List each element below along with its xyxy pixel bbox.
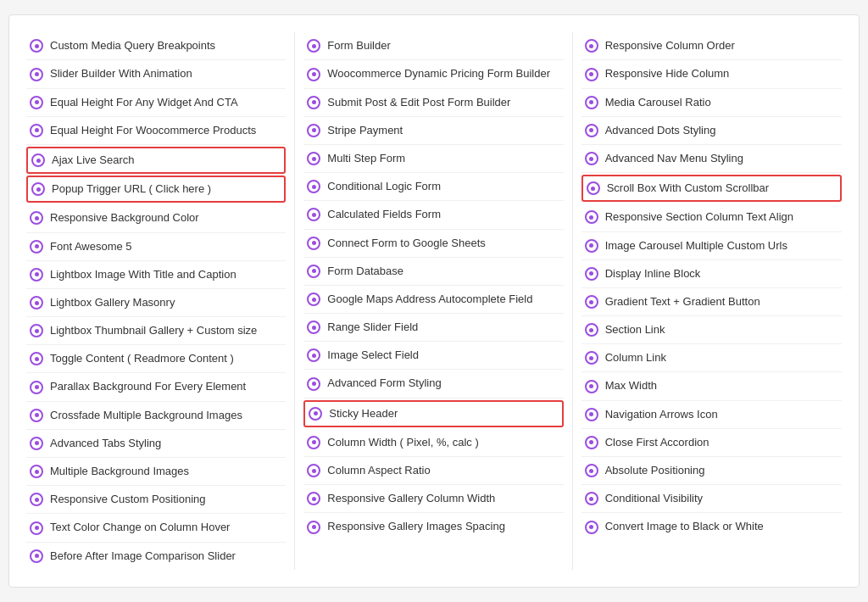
list-item[interactable]: Crossfade Multiple Background Images	[26, 402, 286, 430]
main-container: Custom Media Query BreakpointsSlider Bui…	[8, 14, 860, 588]
circle-icon	[309, 407, 322, 421]
list-item[interactable]: Section Link	[581, 316, 842, 344]
circle-icon	[30, 409, 43, 422]
list-item[interactable]: Conditional Visibility	[581, 485, 842, 513]
list-item[interactable]: Ajax Live Search	[26, 147, 286, 174]
item-label: Text Color Change on Column Hover	[50, 520, 230, 535]
circle-icon	[30, 240, 43, 254]
circle-icon	[30, 124, 43, 137]
list-item[interactable]: Advanced Dots Styling	[581, 117, 842, 145]
circle-icon	[31, 182, 45, 196]
circle-icon	[307, 124, 320, 137]
list-item[interactable]: Sticky Header	[303, 400, 563, 427]
circle-icon	[585, 408, 598, 421]
circle-icon	[307, 377, 320, 391]
item-label: Absolute Positioning	[605, 463, 705, 478]
item-label: Stripe Payment	[327, 123, 403, 138]
item-label: Custom Media Query Breakpoints	[50, 38, 215, 53]
item-label: Responsive Background Color	[50, 210, 199, 226]
list-item[interactable]: Woocommerce Dynamic Pricing Form Builder	[303, 60, 563, 88]
list-item[interactable]: Image Select Field	[303, 342, 563, 370]
list-item[interactable]: Google Maps Address Autocomplete Field	[303, 286, 563, 314]
list-item[interactable]: Responsive Custom Positioning	[26, 486, 286, 514]
list-item[interactable]: Navigation Arrows Icon	[581, 401, 842, 429]
list-item[interactable]: Multi Step Form	[303, 145, 563, 173]
list-item[interactable]: Advanced Form Styling	[303, 370, 563, 398]
list-item[interactable]: Submit Post & Edit Post Form Builder	[303, 89, 563, 117]
list-item[interactable]: Max Width	[581, 372, 842, 400]
circle-icon	[30, 465, 43, 478]
list-item[interactable]: Gradient Text + Gradient Button	[581, 288, 842, 316]
circle-icon	[30, 324, 43, 337]
circle-icon	[307, 208, 320, 221]
list-item[interactable]: Absolute Positioning	[581, 457, 842, 485]
list-item[interactable]: Stripe Payment	[303, 117, 563, 145]
list-item[interactable]: Lightbox Gallery Masonry	[26, 289, 286, 317]
column-1: Custom Media Query BreakpointsSlider Bui…	[18, 32, 295, 570]
circle-icon	[30, 296, 43, 309]
circle-icon	[585, 267, 598, 281]
list-item[interactable]: Convert Image to Black or White	[581, 513, 842, 540]
circle-icon	[585, 323, 598, 337]
list-item[interactable]: Text Color Change on Column Hover	[26, 514, 286, 542]
list-item[interactable]: Before After Image Comparison Slider	[26, 543, 286, 570]
list-item[interactable]: Custom Media Query Breakpoints	[26, 32, 286, 60]
list-item[interactable]: Font Awesome 5	[26, 233, 286, 261]
circle-icon	[585, 239, 598, 253]
list-item[interactable]: Equal Height For Woocommerce Products	[26, 117, 286, 145]
list-item[interactable]: Responsive Column Order	[581, 32, 842, 60]
item-label: Section Link	[605, 322, 665, 337]
list-item[interactable]: Calculated Fields Form	[303, 201, 563, 229]
item-label: Column Aspect Ratio	[327, 463, 430, 478]
list-item[interactable]: Column Width ( Pixel, %, calc )	[303, 429, 563, 457]
circle-icon	[307, 521, 320, 534]
item-label: Form Database	[327, 264, 403, 279]
list-item[interactable]: Responsive Hide Column	[581, 60, 842, 88]
circle-icon	[30, 352, 43, 365]
list-item[interactable]: Conditional Logic Form	[303, 173, 563, 201]
list-item[interactable]: Close First Accordion	[581, 429, 842, 457]
circle-icon	[585, 521, 598, 534]
circle-icon	[30, 68, 43, 81]
circle-icon	[30, 493, 43, 506]
list-item[interactable]: Column Aspect Ratio	[303, 457, 563, 485]
circle-icon	[307, 152, 320, 165]
item-label: Multiple Background Images	[50, 464, 189, 479]
list-item[interactable]: Responsive Gallery Column Width	[303, 485, 563, 513]
list-item[interactable]: Form Database	[303, 258, 563, 286]
circle-icon	[307, 464, 320, 477]
item-label: Media Carousel Ratio	[605, 95, 711, 110]
list-item[interactable]: Lightbox Thumbnail Gallery + Custom size	[26, 317, 286, 345]
list-item[interactable]: Form Builder	[303, 32, 563, 60]
list-item[interactable]: Slider Builder With Animation	[26, 60, 286, 88]
list-item[interactable]: Column Link	[581, 344, 842, 372]
list-item[interactable]: Responsive Gallery Images Spacing	[303, 513, 563, 540]
list-item[interactable]: Advanced Tabs Styling	[26, 430, 286, 458]
list-item[interactable]: Parallax Background For Every Element	[26, 373, 286, 401]
list-item[interactable]: Popup Trigger URL ( Click here )	[26, 176, 286, 203]
list-item[interactable]: Range Slider Field	[303, 314, 563, 342]
list-item[interactable]: Media Carousel Ratio	[581, 89, 842, 117]
item-label: Lightbox Gallery Masonry	[50, 295, 175, 310]
item-label: Navigation Arrows Icon	[605, 407, 718, 422]
list-item[interactable]: Scroll Box With Custom Scrollbar	[581, 175, 842, 202]
list-item[interactable]: Lightbox Image With Title and Caption	[26, 261, 286, 289]
item-label: Submit Post & Edit Post Form Builder	[327, 95, 510, 110]
list-item[interactable]: Equal Height For Any Widget And CTA	[26, 89, 286, 117]
list-item[interactable]: Toggle Content ( Readmore Content )	[26, 345, 286, 373]
item-label: Gradient Text + Gradient Button	[605, 294, 760, 309]
list-item[interactable]: Connect Form to Google Sheets	[303, 230, 563, 258]
circle-icon	[307, 348, 320, 362]
list-item[interactable]: Responsive Section Column Text Align	[581, 203, 842, 231]
circle-icon	[585, 68, 598, 81]
list-item[interactable]: Advanced Nav Menu Styling	[581, 145, 842, 173]
column-3: Responsive Column OrderResponsive Hide C…	[573, 32, 850, 570]
circle-icon	[31, 153, 45, 167]
circle-icon	[30, 268, 43, 281]
list-item[interactable]: Display Inline Block	[581, 260, 842, 288]
list-item[interactable]: Image Carousel Multiple Custom Urls	[581, 232, 842, 260]
circle-icon	[585, 436, 598, 449]
list-item[interactable]: Multiple Background Images	[26, 458, 286, 486]
item-label: Conditional Visibility	[605, 491, 703, 506]
list-item[interactable]: Responsive Background Color	[26, 204, 286, 232]
